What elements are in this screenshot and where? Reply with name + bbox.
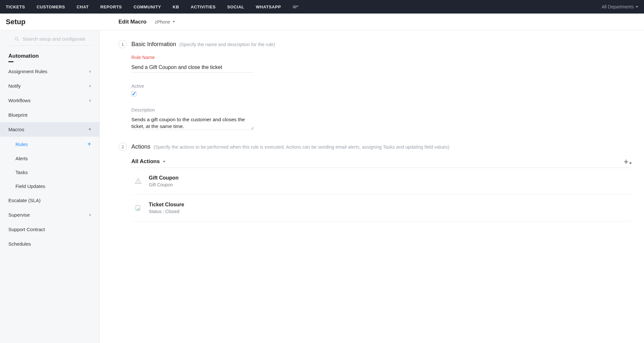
search-wrapper (7, 30, 92, 46)
field-rule-name: Rule Name (131, 55, 634, 73)
department-label: zPhone (155, 19, 170, 24)
section-hint: (Specify the name and description for th… (179, 42, 275, 47)
chevron-right-icon (90, 70, 91, 73)
setup-title: Setup (6, 18, 100, 26)
step-number: 1 (118, 40, 127, 48)
step-number: 2 (118, 142, 127, 151)
section-actions: 2 Actions (Specify the actions to be per… (118, 142, 634, 221)
sidebar-item-workflows[interactable]: Workflows (0, 93, 99, 108)
sidebar-subitem-label: Rules (15, 142, 28, 147)
nav-activities[interactable]: ACTIVITIES (191, 5, 216, 9)
sidebar-group-automation: Automation (0, 46, 99, 61)
section-title: Basic Information (131, 41, 176, 47)
actions-toolbar: All Actions + (131, 157, 632, 166)
group-underline (8, 61, 14, 62)
alert-icon (134, 177, 142, 185)
field-active: Active ✓ (131, 83, 634, 96)
plus-icon: + (624, 157, 629, 166)
action-subtitle: Status : Closed (149, 209, 184, 214)
top-nav: TICKETS CUSTOMERS CHAT REPORTS COMMUNITY… (0, 0, 644, 14)
chevron-down-icon (163, 161, 166, 162)
add-rule-icon[interactable]: + (87, 141, 91, 147)
page-title: Edit Macro (118, 19, 147, 25)
action-row[interactable]: Gift Coupon Gift Coupon (131, 168, 632, 195)
nav-department-label: All Departments (601, 4, 634, 9)
search-input[interactable] (23, 36, 85, 42)
active-label: Active (131, 83, 634, 89)
svg-line-1 (17, 40, 18, 41)
svg-point-3 (138, 182, 138, 183)
nav-social[interactable]: SOCIAL (227, 5, 244, 9)
section-head: 2 Actions (Specify the actions to be per… (118, 142, 634, 151)
description-textarea[interactable] (131, 115, 254, 130)
nav-community[interactable]: COMMUNITY (134, 5, 161, 9)
chevron-down-icon (636, 6, 638, 8)
actions-filter-dropdown[interactable]: All Actions (131, 158, 166, 165)
checkmark-icon: ✓ (132, 90, 137, 97)
sidebar-item-assignment-rules[interactable]: Assignment Rules (0, 64, 99, 79)
sidebar-subitem-rules[interactable]: Rules + (0, 137, 99, 152)
page-header: Setup Edit Macro zPhone (0, 14, 644, 30)
field-description: Description (131, 107, 634, 131)
main-content: 1 Basic Information (Specify the name an… (100, 30, 644, 343)
actions-filter-label: All Actions (131, 158, 160, 165)
sidebar-subitem-alerts[interactable]: Alerts (0, 152, 99, 165)
sidebar-item-label: Escalate (SLA) (8, 198, 41, 203)
chevron-right-icon (90, 85, 91, 87)
active-checkbox[interactable]: ✓ (131, 91, 137, 96)
sidebar-item-notify[interactable]: Notify (0, 79, 99, 93)
sidebar: Automation Assignment Rules Notify Workf… (0, 30, 100, 343)
sidebar-item-escalate-sla[interactable]: Escalate (SLA) (0, 193, 99, 208)
nav-tickets[interactable]: TICKETS (6, 5, 25, 9)
sidebar-macros-children: Rules + Alerts Tasks Field Updates (0, 137, 99, 193)
actions-list: Gift Coupon Gift Coupon Ticket Closure S… (131, 168, 632, 221)
nav-kb[interactable]: KB (173, 5, 179, 9)
top-nav-items: TICKETS CUSTOMERS CHAT REPORTS COMMUNITY… (6, 5, 601, 9)
action-subtitle: Gift Coupon (149, 182, 178, 187)
nav-chat[interactable]: CHAT (77, 5, 89, 9)
nav-department-selector[interactable]: All Departments (601, 4, 638, 9)
section-basic-information: 1 Basic Information (Specify the name an… (118, 40, 634, 131)
chevron-down-icon (629, 162, 632, 164)
sidebar-item-label: Assignment Rules (8, 69, 47, 74)
sidebar-subitem-label: Tasks (15, 170, 28, 175)
nav-whatsapp[interactable]: WHATSAPP (256, 5, 281, 9)
nav-more-icon[interactable] (293, 5, 298, 9)
sidebar-item-label: Macros (8, 127, 24, 132)
sidebar-item-label: Blueprint (8, 112, 27, 118)
svg-point-0 (15, 37, 18, 40)
chevron-right-icon (90, 214, 91, 216)
sidebar-item-macros[interactable]: Macros (0, 122, 99, 137)
body: Automation Assignment Rules Notify Workf… (0, 30, 644, 343)
section-title: Actions (131, 143, 150, 150)
search-icon (14, 36, 19, 42)
action-title: Ticket Closure (149, 202, 184, 208)
sidebar-item-label: Support Contract (8, 227, 45, 232)
sidebar-item-label: Schedules (8, 241, 31, 247)
sidebar-subitem-tasks[interactable]: Tasks (0, 165, 99, 179)
sidebar-subitem-field-updates[interactable]: Field Updates (0, 179, 99, 193)
sidebar-item-label: Workflows (8, 98, 31, 103)
section-head: 1 Basic Information (Specify the name an… (118, 40, 634, 48)
chevron-down-icon (89, 129, 91, 130)
department-selector[interactable]: zPhone (155, 19, 175, 24)
section-hint: (Specify the actions to be performed whe… (154, 144, 450, 150)
action-title: Gift Coupon (149, 175, 178, 181)
chevron-right-icon (90, 99, 91, 102)
description-label: Description (131, 107, 634, 113)
sidebar-subitem-label: Field Updates (15, 183, 45, 189)
nav-reports[interactable]: REPORTS (100, 5, 122, 9)
sidebar-item-label: Notify (8, 83, 21, 89)
action-row[interactable]: Ticket Closure Status : Closed (131, 195, 632, 221)
field-update-icon (134, 204, 142, 212)
rule-name-input[interactable] (131, 63, 254, 73)
sidebar-item-schedules[interactable]: Schedules (0, 237, 99, 251)
add-action-button[interactable]: + (624, 157, 632, 166)
sidebar-item-support-contract[interactable]: Support Contract (0, 222, 99, 237)
chevron-down-icon (173, 21, 175, 23)
sidebar-item-label: Supervise (8, 212, 30, 218)
sidebar-item-supervise[interactable]: Supervise (0, 208, 99, 222)
nav-customers[interactable]: CUSTOMERS (37, 5, 65, 9)
sidebar-item-blueprint[interactable]: Blueprint (0, 108, 99, 122)
rule-name-label: Rule Name (131, 55, 634, 60)
